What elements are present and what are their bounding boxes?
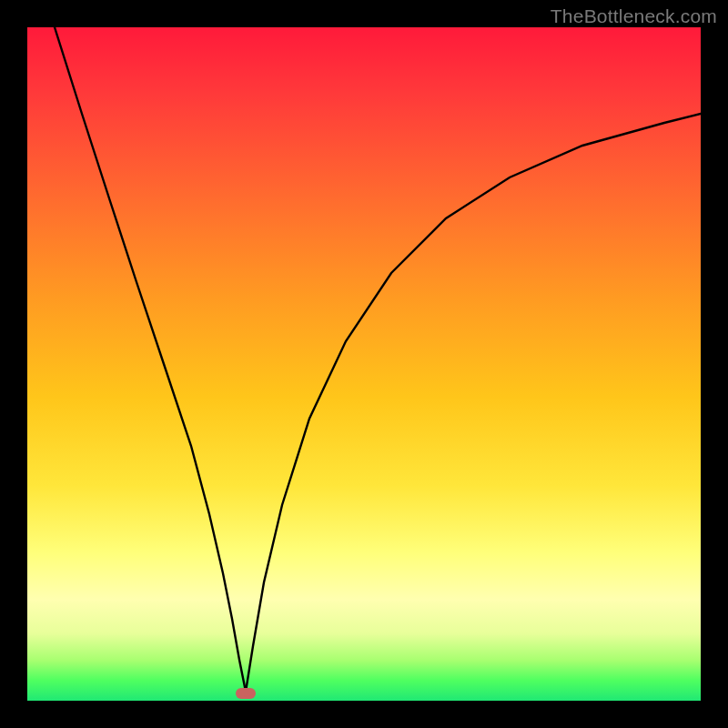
curve-right-branch — [246, 114, 701, 692]
curve-left-branch — [55, 27, 246, 692]
chart-frame: TheBottleneck.com — [0, 0, 728, 728]
cusp-marker — [236, 688, 256, 699]
curve-svg — [27, 27, 701, 701]
watermark-text: TheBottleneck.com — [551, 5, 717, 27]
plot-area — [27, 27, 701, 701]
